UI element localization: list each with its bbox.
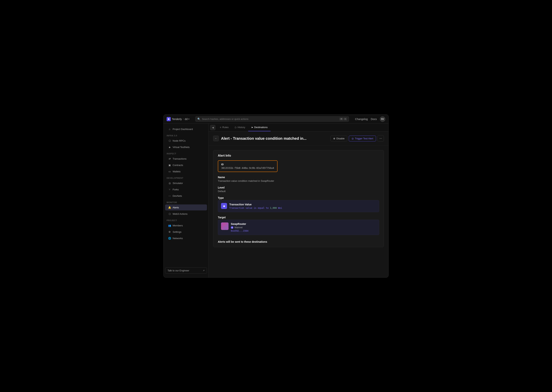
alert-info-title: Alert Info <box>218 154 379 157</box>
sidebar-item-simulator[interactable]: ◎ Simulator <box>165 180 207 186</box>
search-input[interactable] <box>202 118 338 120</box>
sidebar-item-wallets[interactable]: ▭ Wallets <box>165 168 207 175</box>
changelog-link[interactable]: Changelog <box>355 118 368 121</box>
sidebar-item-devnets[interactable]: ⋯ DevNets <box>165 193 207 199</box>
disable-button[interactable]: ⊗ Disable <box>330 136 347 141</box>
devnets-icon: ⋯ <box>168 194 171 197</box>
node-icon: ⬡ <box>168 139 171 142</box>
external-link-icon: ↗ <box>203 269 205 272</box>
target-label: Target <box>218 216 379 219</box>
search-icon: 🔍 <box>197 118 200 120</box>
collapse-sidebar-button[interactable]: ◀ <box>210 125 215 130</box>
docs-link[interactable]: Docs <box>371 118 377 121</box>
sidebar-item-transactions[interactable]: ⇄ Transactions <box>165 156 207 162</box>
sidebar-item-virtual-testnets[interactable]: ◈ Virtual TestNets <box>165 144 207 150</box>
contracts-icon: ▣ <box>168 164 171 167</box>
tabs-bar: ◀ ≡ Rules ◷ History ➤ Destinations <box>209 124 388 132</box>
sidebar-item-web3-actions[interactable]: ⬡ Web3 Actions <box>165 211 207 217</box>
destinations-hint: Alerts will be sent to these destination… <box>218 239 379 243</box>
eth-icon: ◆ <box>221 203 227 209</box>
transactions-icon: ⇄ <box>168 157 171 160</box>
sidebar-item-alerts[interactable]: 🔔 Alerts <box>165 204 207 210</box>
sidebar-item-node-rpcs[interactable]: ⬡ Node RPCs <box>165 138 207 144</box>
kbd-k: K <box>344 118 347 120</box>
trigger-test-alert-button[interactable]: ◎ Trigger Test Alert <box>349 136 376 141</box>
type-label: Type <box>218 196 379 199</box>
name-block: Name Transaction value condition matched… <box>218 176 379 182</box>
target-block: Target SwapRouter ◆ Mainnet <box>218 216 379 235</box>
id-value: 3013331b-f5b0-440a-9c9b-03a7d5f756a4 <box>221 167 274 169</box>
search-area: 🔍 ⌘ K <box>195 116 349 122</box>
testnets-icon: ◈ <box>168 146 171 148</box>
sidebar-item-project-dashboard[interactable]: ⌂ Project Dashboard <box>165 126 207 132</box>
trigger-icon: ◎ <box>352 137 354 140</box>
simulator-icon: ◎ <box>168 182 171 185</box>
id-label: ID <box>221 163 274 166</box>
tab-destinations[interactable]: ➤ Destinations <box>248 124 271 131</box>
type-code: Transaction value is equal to 1,000 Wei <box>229 207 282 209</box>
infra-section-label: Infra 3.0 <box>164 132 208 138</box>
development-section-label: Development <box>164 175 208 180</box>
destinations-tab-icon: ➤ <box>251 126 253 129</box>
name-label: Name <box>218 176 379 179</box>
settings-icon: ⚙ <box>168 230 171 233</box>
alert-title: Alert - Transaction value condition matc… <box>221 136 328 141</box>
target-address: 0xe592...1564 <box>231 230 248 232</box>
alert-body: Alert Info ID 3013331b-f5b0-440a-9c9b-03… <box>209 146 388 256</box>
web3-actions-icon: ⬡ <box>168 212 171 215</box>
sidebar: ⌂ Project Dashboard Infra 3.0 ⬡ Node RPC… <box>164 124 209 277</box>
more-options-button[interactable]: ··· <box>377 135 384 142</box>
members-icon: 👥 <box>168 224 171 227</box>
type-details: Transaction Value Transaction value is e… <box>229 203 282 209</box>
target-network: ◆ Mainnet <box>231 226 248 229</box>
avatar[interactable]: NV <box>380 116 385 122</box>
alert-info-card: Alert Info ID 3013331b-f5b0-440a-9c9b-03… <box>213 150 384 247</box>
more-icon: ··· <box>379 137 382 140</box>
topbar: Tenderly / dd ▾ 🔍 ⌘ K Changelog Docs NV <box>164 115 388 124</box>
inspect-section-label: Inspect <box>164 150 208 155</box>
kbd-cmd: ⌘ <box>340 118 343 120</box>
sidebar-item-contracts[interactable]: ▣ Contracts <box>165 162 207 168</box>
type-block: Type ◆ Transaction Value Transaction val… <box>218 196 379 212</box>
alert-header: ← Alert - Transaction value condition ma… <box>209 132 388 146</box>
rules-tab-icon: ≡ <box>220 126 221 129</box>
name-value: Transaction value condition matched in S… <box>218 180 379 182</box>
alerts-icon: 🔔 <box>168 206 171 209</box>
search-box[interactable]: 🔍 ⌘ K <box>195 116 349 122</box>
type-name: Transaction Value <box>229 203 282 206</box>
tab-rules[interactable]: ≡ Rules <box>217 124 232 131</box>
header-actions: ⊗ Disable ◎ Trigger Test Alert ··· <box>330 135 384 142</box>
sidebar-item-forks[interactable]: ⑂ Forks <box>165 186 207 192</box>
target-details: SwapRouter ◆ Mainnet 0xe592...1564 <box>231 223 248 232</box>
target-card: SwapRouter ◆ Mainnet 0xe592...1564 <box>218 220 379 235</box>
wallets-icon: ▭ <box>168 170 171 173</box>
chevron-down-icon: ▾ <box>188 118 189 120</box>
project-section-label: Project <box>164 217 208 222</box>
tab-history[interactable]: ◷ History <box>232 124 248 131</box>
networks-icon: 🌐 <box>168 237 171 240</box>
back-button[interactable]: ← <box>213 136 219 141</box>
brand-logo <box>167 117 171 121</box>
app-window: Tenderly / dd ▾ 🔍 ⌘ K Changelog Docs NV <box>163 114 389 278</box>
sidebar-item-settings[interactable]: ⚙ Settings <box>165 229 207 235</box>
home-icon: ⌂ <box>168 127 171 131</box>
kbd-combo: ⌘ K <box>340 118 347 120</box>
swaprouter-icon <box>221 223 228 230</box>
forks-icon: ⑂ <box>168 188 171 191</box>
id-card: ID 3013331b-f5b0-440a-9c9b-03a7d5f756a4 <box>218 160 277 172</box>
brand-name[interactable]: Tenderly <box>172 118 182 121</box>
sidebar-footer: Talk to our Engineer ↗ <box>164 266 208 275</box>
level-label: Level <box>218 186 379 189</box>
eth-network-icon: ◆ <box>231 226 234 229</box>
target-name: SwapRouter <box>231 223 248 225</box>
sidebar-item-members[interactable]: 👥 Members <box>165 223 207 228</box>
type-card: ◆ Transaction Value Transaction value is… <box>218 200 379 212</box>
disable-icon: ⊗ <box>333 137 335 140</box>
brand-area: Tenderly / dd ▾ <box>167 117 189 121</box>
project-breadcrumb[interactable]: dd ▾ <box>185 118 190 121</box>
talk-to-engineer-button[interactable]: Talk to our Engineer ↗ <box>165 267 207 274</box>
breadcrumb-sep1: / <box>183 118 184 120</box>
sidebar-item-networks[interactable]: 🌐 Networks <box>165 235 207 241</box>
level-block: Level Default <box>218 186 379 193</box>
topbar-actions: Changelog Docs NV <box>355 116 385 122</box>
